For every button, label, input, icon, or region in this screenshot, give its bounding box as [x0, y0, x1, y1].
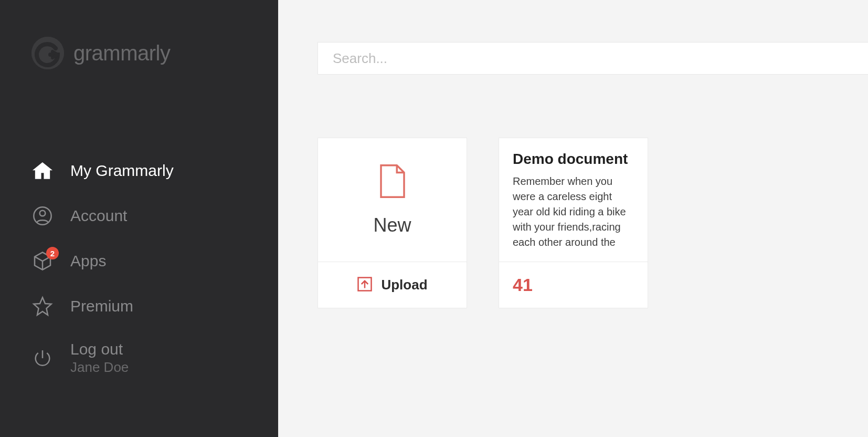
sidebar-item-my-grammarly[interactable]: My Grammarly	[31, 148, 278, 193]
user-circle-icon	[31, 205, 54, 227]
sidebar-item-label: Log out	[70, 340, 129, 358]
sidebar-nav: My Grammarly Account 2 Apps	[31, 148, 278, 387]
upload-label: Upload	[381, 277, 427, 293]
document-title: Demo document	[513, 151, 634, 168]
new-document-card: New Upload	[317, 138, 467, 308]
svg-point-2	[40, 211, 46, 216]
main-content: New Upload Demo document Remember when y…	[278, 0, 868, 437]
sidebar-item-label: My Grammarly	[70, 162, 174, 180]
new-document-button[interactable]: New	[318, 138, 467, 262]
brand-name: grammarly	[73, 41, 170, 65]
upload-button[interactable]: Upload	[318, 262, 467, 308]
cube-icon: 2	[31, 250, 54, 272]
search-input[interactable]	[317, 42, 868, 75]
grammarly-logo-icon	[31, 37, 64, 69]
new-document-icon	[378, 164, 407, 201]
document-issue-footer[interactable]: 41	[499, 262, 648, 308]
sidebar-item-apps[interactable]: 2 Apps	[31, 238, 278, 284]
new-label: New	[373, 214, 411, 236]
sidebar-item-logout[interactable]: Log out Jane Doe	[31, 329, 278, 387]
sidebar-item-label: Premium	[70, 297, 133, 315]
document-preview: Remember when you were a careless eight …	[513, 174, 634, 250]
sidebar-item-label: Apps	[70, 252, 106, 270]
document-card: Demo document Remember when you were a c…	[499, 138, 648, 308]
sidebar-item-premium[interactable]: Premium	[31, 284, 278, 329]
user-name: Jane Doe	[70, 359, 129, 376]
sidebar-item-account[interactable]: Account	[31, 193, 278, 238]
open-document-button[interactable]: Demo document Remember when you were a c…	[499, 138, 648, 262]
sidebar: grammarly My Grammarly Account	[0, 0, 278, 437]
brand-logo[interactable]: grammarly	[31, 37, 278, 69]
document-cards: New Upload Demo document Remember when y…	[317, 138, 868, 308]
issue-count: 41	[513, 275, 533, 295]
star-icon	[31, 295, 54, 317]
sidebar-item-label: Account	[70, 207, 127, 225]
power-icon	[31, 347, 54, 369]
home-icon	[31, 160, 54, 182]
apps-badge: 2	[46, 247, 59, 259]
upload-icon	[357, 276, 373, 294]
